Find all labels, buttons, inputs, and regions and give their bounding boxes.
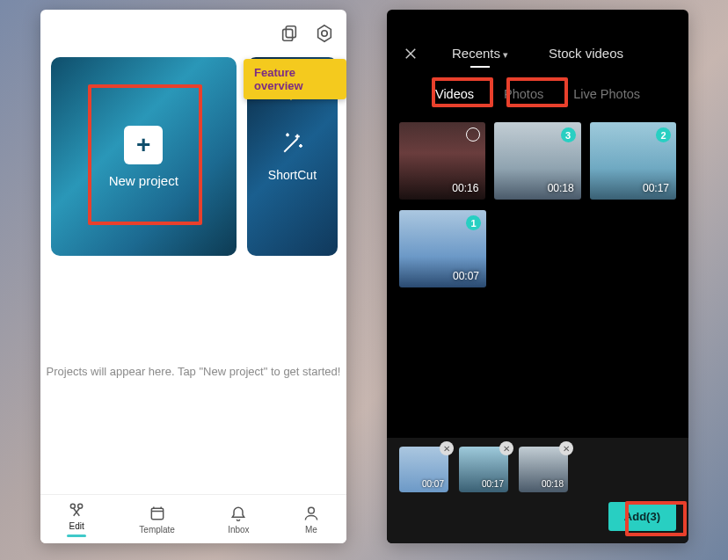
feature-overview-tooltip[interactable]: Feature overview — [244, 59, 346, 99]
nav-template[interactable]: Template — [139, 505, 175, 535]
shortcut-label: ShortCut — [268, 168, 317, 182]
media-thumb[interactable]: 1 00:07 — [399, 210, 486, 287]
media-thumb[interactable]: 3 00:18 — [494, 122, 580, 200]
tray-chip[interactable]: ✕ 00:07 — [399, 447, 448, 492]
chevron-down-icon: ▾ — [503, 49, 508, 60]
select-badge[interactable]: 1 — [466, 215, 481, 230]
tab-stock-videos[interactable]: Stock videos — [549, 46, 623, 66]
empty-projects-message: Projects will appear here. Tap "New proj… — [40, 365, 346, 378]
duration: 00:18 — [548, 182, 574, 194]
nav-template-label: Template — [139, 525, 175, 535]
svg-point-3 — [322, 31, 327, 36]
chip-duration: 00:18 — [542, 479, 564, 489]
new-project-label: New project — [109, 173, 178, 188]
add-button[interactable]: Add(3) — [608, 502, 676, 531]
picker-header: Recents▾ Stock videos — [387, 41, 688, 69]
nav-inbox-label: Inbox — [228, 525, 249, 535]
svg-point-4 — [70, 504, 75, 508]
nav-me-label: Me — [305, 525, 317, 535]
cat-live-photos[interactable]: Live Photos — [568, 82, 645, 106]
top-icons — [280, 24, 334, 47]
wand-icon — [279, 131, 305, 161]
nav-edit[interactable]: Edit — [67, 501, 86, 537]
tab-recents[interactable]: Recents▾ — [452, 46, 508, 66]
remove-icon[interactable]: ✕ — [440, 441, 454, 455]
media-grid: 00:16 3 00:18 2 00:17 — [399, 122, 676, 200]
duration: 00:17 — [643, 182, 669, 194]
selection-tray: ✕ 00:07 ✕ 00:17 ✕ 00:18 Add(3) — [387, 438, 688, 543]
media-picker: Recents▾ Stock videos Videos Photos Live… — [387, 10, 688, 543]
media-thumb[interactable]: 00:16 — [399, 122, 485, 200]
select-badge[interactable]: 3 — [561, 127, 576, 142]
duration: 00:16 — [452, 182, 478, 194]
select-badge[interactable]: 2 — [656, 127, 671, 142]
cat-videos[interactable]: Videos — [430, 82, 479, 106]
svg-rect-6 — [151, 508, 163, 520]
tab-recents-label: Recents — [452, 46, 500, 61]
bottom-nav: Edit Template Inbox Me — [40, 494, 346, 543]
select-circle[interactable] — [466, 127, 480, 142]
gear-icon[interactable] — [315, 24, 334, 47]
new-project-card[interactable]: + New project — [51, 57, 237, 256]
cat-photos[interactable]: Photos — [499, 82, 549, 106]
chip-duration: 00:17 — [482, 479, 504, 489]
svg-rect-0 — [286, 26, 295, 38]
svg-rect-1 — [283, 29, 293, 40]
category-tabs: Videos Photos Live Photos — [387, 82, 688, 106]
duration: 00:07 — [453, 270, 479, 282]
svg-marker-2 — [318, 25, 331, 41]
svg-point-5 — [78, 504, 83, 508]
svg-point-7 — [309, 507, 315, 513]
tray-chip[interactable]: ✕ 00:17 — [459, 447, 508, 492]
remove-icon[interactable]: ✕ — [499, 441, 513, 455]
copy-icon[interactable] — [280, 24, 299, 47]
media-thumb[interactable]: 2 00:17 — [590, 122, 676, 200]
chip-duration: 00:07 — [422, 479, 444, 489]
plus-icon: + — [124, 126, 163, 164]
nav-edit-label: Edit — [69, 521, 84, 531]
nav-me[interactable]: Me — [302, 505, 320, 535]
remove-icon[interactable]: ✕ — [559, 441, 573, 455]
tray-chip[interactable]: ✕ 00:18 — [519, 447, 568, 492]
home-screen: + New project ShortCut Feature overview … — [40, 10, 346, 543]
nav-inbox[interactable]: Inbox — [228, 505, 249, 535]
